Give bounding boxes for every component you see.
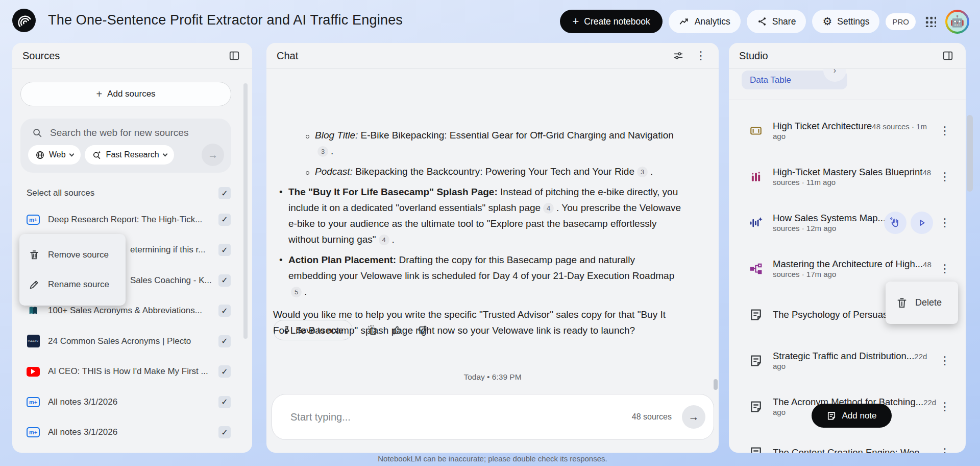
source-context-menu: Remove source Rename source xyxy=(19,234,126,306)
sources-scrollbar[interactable] xyxy=(243,83,248,339)
source-checkbox[interactable]: ✓ xyxy=(218,365,231,378)
pencil-icon xyxy=(29,279,40,290)
chat-header: Chat ⋮ xyxy=(266,43,719,69)
source-checkbox[interactable]: ✓ xyxy=(218,214,231,226)
remove-source-menu-item[interactable]: Remove source xyxy=(19,243,126,267)
hollow-bullet-icon xyxy=(306,135,309,138)
list-item: Action Plan Placement: Drafting the copy… xyxy=(279,252,681,299)
select-all-checkbox[interactable]: ✓ xyxy=(218,187,231,199)
notebooklm-logo-icon[interactable] xyxy=(12,9,36,32)
save-to-note-button[interactable]: Save to note xyxy=(273,320,353,340)
chat-settings-icon[interactable] xyxy=(671,48,686,63)
source-row[interactable]: AI CEO: THIS is How I'd Make My First ..… xyxy=(12,357,252,387)
analytics-button[interactable]: Analytics xyxy=(669,10,741,33)
hand-wave-icon xyxy=(890,217,901,228)
chat-title: Chat xyxy=(277,50,671,62)
collapse-studio-panel-icon[interactable] xyxy=(940,48,955,63)
account-avatar[interactable]: 🤖 xyxy=(945,10,969,34)
citation-chip[interactable]: 3 xyxy=(317,146,328,157)
studio-panel: Studio Data Table › High Ticket Architec… xyxy=(729,43,966,453)
interactive-mode-button[interactable] xyxy=(884,212,906,234)
pro-badge: PRO xyxy=(886,13,916,30)
studio-item[interactable]: High Ticket Architecture48 sources · 1m … xyxy=(729,108,966,154)
list-item: Blog Title: E-Bike Bikepacking: Essentia… xyxy=(306,127,681,159)
studio-item[interactable]: How Sales Systems Map...48 sources · 12m… xyxy=(729,200,966,246)
google-apps-grid-icon[interactable] xyxy=(925,16,936,27)
note-icon xyxy=(749,308,763,322)
studio-item[interactable]: The Content Creation Engine: Wee... ⋮ xyxy=(729,430,966,453)
share-icon xyxy=(757,16,767,27)
item-more-menu-icon[interactable]: ⋮ xyxy=(937,352,952,369)
plus-icon: + xyxy=(96,88,102,100)
search-submit-button[interactable]: → xyxy=(202,144,224,166)
bullet-icon xyxy=(279,252,288,299)
globe-icon xyxy=(35,150,45,160)
sources-header: Sources xyxy=(12,43,252,69)
source-row[interactable]: m+ All notes 3/1/2026 ✓ xyxy=(12,387,252,417)
copy-icon[interactable] xyxy=(366,324,378,336)
collapse-sources-panel-icon[interactable] xyxy=(227,48,242,63)
citation-chip[interactable]: 5 xyxy=(291,287,302,297)
source-checkbox[interactable]: ✓ xyxy=(218,274,231,287)
note-icon xyxy=(826,411,837,421)
citation-chip[interactable]: 4 xyxy=(379,235,389,245)
citation-chip[interactable]: 4 xyxy=(543,203,554,214)
source-checkbox[interactable]: ✓ xyxy=(218,244,231,256)
add-sources-button[interactable]: + Add sources xyxy=(20,82,231,106)
note-icon xyxy=(749,354,763,368)
item-more-menu-icon[interactable]: ⋮ xyxy=(937,260,952,277)
chat-panel: Chat ⋮ Blog Title: E-Bike Bikepacking: E… xyxy=(266,43,719,453)
create-notebook-button[interactable]: + Create notebook xyxy=(560,10,662,33)
delete-menu-item[interactable]: Delete xyxy=(886,282,958,324)
trash-icon xyxy=(896,297,908,309)
chevron-down-icon xyxy=(69,151,74,156)
web-filter-dropdown[interactable]: Web xyxy=(28,145,81,165)
chat-more-menu-icon[interactable]: ⋮ xyxy=(693,47,708,64)
share-button[interactable]: Share xyxy=(747,10,806,33)
select-all-row: Select all sources ✓ xyxy=(27,186,231,200)
mindmap-icon xyxy=(749,262,763,275)
source-checkbox[interactable]: ✓ xyxy=(218,396,231,408)
source-row[interactable]: m+ All notes 3/1/2026 ✓ xyxy=(12,417,252,448)
plus-icon: + xyxy=(572,16,579,27)
studio-item[interactable]: Strategic Traffic and Distribution...22d… xyxy=(729,338,966,384)
source-checkbox[interactable]: ✓ xyxy=(218,426,231,438)
message-actions: Save to note xyxy=(273,320,428,340)
chart-icon xyxy=(749,170,763,183)
item-more-menu-icon[interactable]: ⋮ xyxy=(937,168,952,185)
source-row[interactable]: m+ Deep Research Report: The High-Tick..… xyxy=(12,204,252,235)
citation-chip[interactable]: 3 xyxy=(637,167,648,177)
play-audio-button[interactable] xyxy=(911,212,933,234)
chat-scrollbar[interactable] xyxy=(714,379,718,390)
item-more-menu-icon[interactable]: ⋮ xyxy=(937,444,952,453)
notebooklm-note-icon: m+ xyxy=(27,427,40,437)
search-web-input[interactable]: Search the web for new sources xyxy=(50,127,188,138)
source-checkbox[interactable]: ✓ xyxy=(218,335,231,347)
source-row[interactable]: PLECTO 24 Common Sales Acronyms | Plecto… xyxy=(12,326,252,357)
settings-button[interactable]: ⚙ Settings xyxy=(812,10,879,33)
rename-source-menu-item[interactable]: Rename source xyxy=(19,272,126,297)
youtube-icon xyxy=(27,367,40,377)
thumbs-down-icon[interactable] xyxy=(416,324,428,336)
send-button[interactable]: → xyxy=(682,405,705,429)
notebooklm-app: The One-Sentence Profit Extractor and AI… xyxy=(0,0,980,466)
chevron-down-icon xyxy=(162,151,167,156)
studio-header: Studio xyxy=(729,43,966,69)
studio-item[interactable]: High-Ticket Mastery Sales Blueprint48 so… xyxy=(729,154,966,200)
item-more-menu-icon[interactable]: ⋮ xyxy=(937,122,952,139)
sources-title: Sources xyxy=(22,50,227,62)
item-more-menu-icon[interactable]: ⋮ xyxy=(937,214,952,231)
add-note-button[interactable]: Add note xyxy=(812,404,892,428)
list-item: Podcast: Bikepacking the Backcountry: Po… xyxy=(306,164,681,179)
research-mode-dropdown[interactable]: Fast Research xyxy=(85,145,174,165)
analytics-icon xyxy=(679,16,690,27)
source-checkbox[interactable]: ✓ xyxy=(218,305,231,317)
disclaimer-text: NotebookLM can be inaccurate; please dou… xyxy=(266,454,719,463)
search-icon xyxy=(32,127,43,138)
page-scrollbar[interactable] xyxy=(967,115,973,192)
chat-input[interactable] xyxy=(290,411,632,423)
hollow-bullet-icon xyxy=(306,171,309,175)
item-more-menu-icon[interactable]: ⋮ xyxy=(937,398,952,415)
avatar-robot-image: 🤖 xyxy=(947,12,967,32)
thumbs-up-icon[interactable] xyxy=(391,324,403,336)
